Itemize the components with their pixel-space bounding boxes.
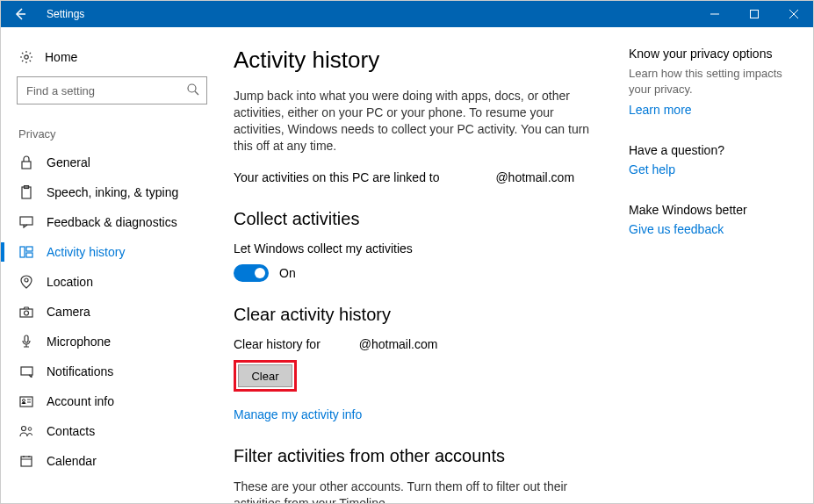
clear-for-row: Clear history for @hotmail.com	[234, 337, 602, 351]
sidebar-item-label: Calendar	[47, 454, 97, 468]
page-description: Jump back into what you were doing with …	[234, 88, 602, 155]
clear-section-title: Clear activity history	[234, 305, 602, 325]
sidebar-item-label: Feedback & diagnostics	[47, 215, 177, 229]
toggle-knob	[255, 268, 265, 278]
main: Activity history Jump back into what you…	[223, 27, 813, 503]
privacy-options-heading: Know your privacy options	[629, 47, 787, 61]
clear-for-account: @hotmail.com	[359, 337, 438, 351]
sidebar-item-label: Camera	[47, 305, 90, 319]
search-box	[17, 76, 207, 104]
get-help-link[interactable]: Get help	[629, 162, 787, 176]
svg-rect-9	[26, 253, 32, 257]
svg-rect-8	[26, 247, 32, 251]
toggle-state-text: On	[279, 266, 296, 280]
sidebar: Home Privacy General Speech, inking, & t…	[1, 27, 223, 503]
clipboard-icon	[18, 185, 34, 199]
sidebar-item-feedback[interactable]: Feedback & diagnostics	[1, 207, 223, 237]
sidebar-item-contacts[interactable]: Contacts	[1, 416, 223, 446]
right-panel: Know your privacy options Learn how this…	[629, 47, 787, 486]
gear-icon	[18, 50, 34, 64]
svg-rect-6	[20, 217, 32, 225]
sidebar-item-location[interactable]: Location	[1, 267, 223, 297]
sidebar-item-activity-history[interactable]: Activity history	[1, 237, 223, 267]
sidebar-item-label: Account info	[47, 394, 114, 408]
svg-rect-13	[25, 335, 28, 342]
sidebar-item-label: Contacts	[47, 424, 95, 438]
page-title: Activity history	[234, 47, 602, 74]
group-header-privacy: Privacy	[1, 120, 223, 148]
clear-button[interactable]: Clear	[238, 364, 292, 387]
close-icon	[789, 10, 798, 18]
account-icon	[18, 396, 34, 407]
linked-account-row: Your activities on this PC are linked to…	[234, 170, 602, 184]
sidebar-item-notifications[interactable]: Notifications	[1, 356, 223, 386]
close-button[interactable]	[774, 1, 813, 27]
sidebar-item-label: Activity history	[47, 245, 125, 259]
filter-section-title: Filter activities from other accounts	[234, 446, 602, 466]
svg-rect-14	[21, 367, 32, 375]
lock-icon	[18, 155, 34, 169]
location-icon	[18, 275, 34, 289]
collect-toggle-label: Let Windows collect my activities	[234, 241, 602, 256]
sidebar-item-label: Microphone	[47, 335, 111, 349]
back-button[interactable]	[1, 1, 40, 27]
maximize-icon	[750, 10, 759, 18]
svg-rect-19	[21, 457, 32, 466]
activity-icon	[18, 246, 34, 258]
clear-for-label: Clear history for	[234, 337, 321, 351]
sidebar-item-speech[interactable]: Speech, inking, & typing	[1, 177, 223, 207]
arrow-left-icon	[13, 7, 27, 21]
make-better-heading: Make Windows better	[629, 203, 787, 217]
sidebar-item-calendar[interactable]: Calendar	[1, 446, 223, 476]
search-icon	[186, 83, 200, 97]
svg-rect-3	[22, 162, 31, 169]
sidebar-item-label: Speech, inking, & typing	[47, 185, 178, 199]
learn-more-link[interactable]: Learn more	[629, 103, 787, 117]
sidebar-item-account-info[interactable]: Account info	[1, 386, 223, 416]
sidebar-item-label: Notifications	[47, 364, 113, 378]
collect-toggle-row: On	[234, 264, 602, 282]
calendar-icon	[18, 455, 34, 467]
camera-icon	[18, 306, 34, 318]
svg-point-1	[25, 55, 28, 59]
home-button[interactable]: Home	[1, 45, 223, 76]
manage-activity-link[interactable]: Manage my activity info	[234, 407, 602, 421]
collect-toggle[interactable]	[234, 264, 269, 282]
minimize-icon	[710, 10, 719, 18]
feedback-link[interactable]: Give us feedback	[629, 222, 787, 236]
sidebar-item-microphone[interactable]: Microphone	[1, 327, 223, 356]
collect-section-title: Collect activities	[234, 209, 602, 229]
clear-button-highlight: Clear	[234, 360, 297, 392]
microphone-icon	[18, 335, 34, 349]
question-heading: Have a question?	[629, 143, 787, 157]
search-wrap	[1, 76, 223, 120]
contacts-icon	[18, 425, 34, 437]
svg-point-10	[25, 278, 28, 282]
home-label: Home	[45, 50, 77, 64]
svg-point-2	[188, 84, 196, 92]
svg-rect-11	[20, 309, 32, 317]
minimize-button[interactable]	[695, 1, 734, 27]
content: Home Privacy General Speech, inking, & t…	[1, 27, 813, 503]
main-center: Activity history Jump back into what you…	[234, 47, 602, 486]
privacy-options-sub: Learn how this setting impacts your priv…	[629, 66, 787, 97]
feedback-icon	[18, 216, 34, 228]
linked-text: Your activities on this PC are linked to	[234, 170, 440, 184]
sidebar-item-label: Location	[47, 275, 93, 289]
search-input[interactable]	[17, 76, 207, 104]
svg-point-16	[23, 399, 25, 401]
notifications-icon	[18, 366, 34, 378]
sidebar-item-general[interactable]: General	[1, 148, 223, 177]
window-controls	[695, 1, 813, 27]
svg-point-12	[25, 311, 29, 315]
sidebar-item-label: General	[47, 155, 90, 169]
svg-rect-7	[20, 247, 25, 257]
maximize-button[interactable]	[734, 1, 774, 27]
svg-rect-0	[750, 11, 758, 18]
sidebar-item-camera[interactable]: Camera	[1, 297, 223, 327]
linked-account: @hotmail.com	[495, 170, 574, 184]
filter-description: These are your other accounts. Turn them…	[234, 479, 602, 504]
titlebar: Settings	[1, 1, 813, 27]
svg-point-17	[22, 427, 26, 431]
svg-point-18	[28, 428, 32, 431]
